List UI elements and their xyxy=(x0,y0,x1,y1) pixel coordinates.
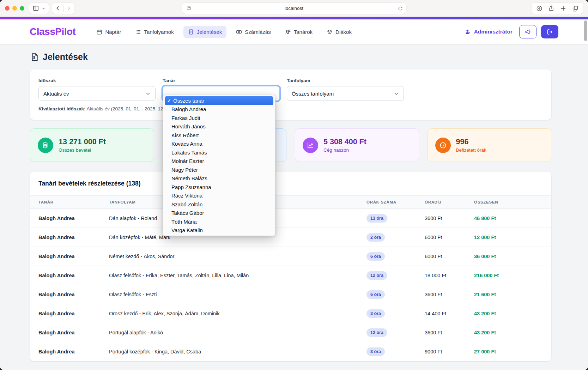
calendar-icon xyxy=(96,29,102,35)
dropdown-option[interactable]: Papp Zsuzsanna xyxy=(163,183,275,192)
logout-button[interactable] xyxy=(541,25,558,38)
header-right: Adminisztrátor xyxy=(465,25,558,38)
table-row[interactable]: Balogh Andrea Portugál alapfok - Anikó 1… xyxy=(30,323,551,342)
chart-line-icon xyxy=(303,138,318,153)
hours-badge: 12 óra xyxy=(366,328,387,337)
dropdown-option[interactable]: Molnár Eszter xyxy=(163,157,275,166)
table-row[interactable]: Balogh Andrea Olasz felsőfok - Erika, Es… xyxy=(30,266,551,285)
cell-teacher: Balogh Andrea xyxy=(30,247,101,266)
cell-course: Olasz felsőfok - Erika, Eszter, Tamás, Z… xyxy=(101,266,358,285)
banknote-icon xyxy=(236,29,242,35)
chevron-down-icon xyxy=(145,91,151,96)
dropdown-option[interactable]: Rácz Viktória xyxy=(163,192,275,200)
announcements-button[interactable] xyxy=(519,25,537,38)
stat-paid-hours: 996 Befizetett órák xyxy=(428,128,552,162)
filter-period: Időszak Aktuális év xyxy=(38,78,156,101)
dropdown-option[interactable]: Lakatos Tamás xyxy=(163,148,275,157)
nav-item-tanarok[interactable]: Tanárok xyxy=(280,26,317,38)
cell-hours: 13 óra xyxy=(358,209,416,228)
reload-icon[interactable] xyxy=(398,6,403,11)
period-select[interactable]: Aktuális év xyxy=(38,86,156,101)
address-bar[interactable]: localhost xyxy=(182,3,406,14)
dropdown-option[interactable]: Horváth János xyxy=(163,122,275,131)
table-row[interactable]: Balogh Andrea Portugál középfok - Kinga,… xyxy=(30,342,551,361)
zoom-window-button[interactable] xyxy=(20,6,24,11)
cell-rate: 6000 Ft xyxy=(416,228,466,247)
table-header-row: Tanár Tanfolyam Órák száma Óradíj Összes… xyxy=(30,196,551,209)
back-button[interactable] xyxy=(55,6,61,11)
chevron-down-icon[interactable] xyxy=(42,6,46,10)
dropdown-option[interactable]: Kiss Róbert xyxy=(163,131,275,140)
brand-gradient-bar xyxy=(0,17,588,19)
cell-teacher: Balogh Andrea xyxy=(30,266,101,285)
stat-cards: 13 271 000 Ft Összes bevétel xyxy=(30,128,551,162)
cell-total: 216 000 Ft xyxy=(466,266,551,285)
stat-value: 996 xyxy=(456,138,486,146)
hours-badge: 2 óra xyxy=(366,233,385,242)
share-icon[interactable] xyxy=(548,5,554,12)
report-dollar-icon: $ xyxy=(30,53,39,62)
nav-item-tanfolyamok[interactable]: Tanfolyamok xyxy=(131,26,178,38)
dropdown-option[interactable]: Farkas Judit xyxy=(163,114,275,122)
cell-hours: 6 óra xyxy=(358,285,416,304)
divider xyxy=(63,5,63,12)
cell-rate: 3600 Ft xyxy=(416,209,466,228)
table-row[interactable]: Balogh Andrea Dán középfok - Máté, Márk … xyxy=(30,228,551,247)
nav-item-diakok[interactable]: Diákok xyxy=(322,26,356,38)
dropdown-option[interactable]: Balogh Andrea xyxy=(163,105,275,114)
column-header: Óradíj xyxy=(416,196,466,209)
tab-overview-icon[interactable] xyxy=(572,5,578,12)
browser-toolbar: localhost xyxy=(0,0,588,17)
course-select[interactable]: Összes tanfolyam xyxy=(287,86,404,101)
coins-icon xyxy=(38,138,53,153)
dropdown-option[interactable]: Takács Gábor xyxy=(163,209,275,218)
dropdown-option[interactable]: Nagy Péter xyxy=(163,165,275,174)
page-settings-icon[interactable] xyxy=(186,6,192,11)
dropdown-option[interactable]: Varga Katalin xyxy=(163,226,275,235)
url-text: localhost xyxy=(285,6,303,11)
nav-item-szamlazas[interactable]: Számlázás xyxy=(231,26,275,38)
report-icon xyxy=(188,29,194,35)
cell-course: Olasz felsőfok - Eszti xyxy=(101,285,358,304)
downloads-icon[interactable] xyxy=(536,5,542,12)
megaphone-icon xyxy=(525,28,532,35)
table-row[interactable]: Balogh Andrea Dán alapfok - Roland 13 ór… xyxy=(30,209,551,228)
stat-company-profit: 5 308 400 Ft Cég haszon xyxy=(295,128,419,162)
close-window-button[interactable] xyxy=(5,6,10,11)
dropdown-option[interactable]: Szabó Zoltán xyxy=(163,200,275,209)
scrollbar-thumb[interactable] xyxy=(584,20,587,41)
dropdown-option[interactable]: Németh Balázs xyxy=(163,174,275,183)
cell-hours: 3 óra xyxy=(358,304,416,323)
cell-teacher: Balogh Andrea xyxy=(30,323,101,342)
table-row[interactable]: Balogh Andrea Olasz felsőfok - Eszti 6 ó… xyxy=(30,285,551,304)
filter-course: Tanfolyam Összes tanfolyam xyxy=(287,78,404,101)
teacher-revenue-table-card: Tanári bevételek részletezése (138) Taná… xyxy=(30,172,551,361)
minimize-window-button[interactable] xyxy=(12,6,17,11)
app-logo[interactable]: ClassPilot xyxy=(30,26,75,37)
cell-total: 27 000 Ft xyxy=(466,342,551,361)
table-row[interactable]: Balogh Andrea Orosz kezdő - Erik, Alex, … xyxy=(30,304,551,323)
dropdown-option[interactable]: Kovács Anna xyxy=(163,140,275,148)
filters-card: Időszak Aktuális év Tanár Tanfolyam xyxy=(30,69,551,120)
traffic-lights xyxy=(5,6,24,11)
stat-value: 13 271 000 Ft xyxy=(59,138,106,146)
new-tab-icon[interactable] xyxy=(560,5,566,12)
cell-total: 46 800 Ft xyxy=(466,209,551,228)
sidebar-icon[interactable] xyxy=(32,5,39,12)
nav-item-naptar[interactable]: Naptár xyxy=(92,26,126,38)
cell-hours: 12 óra xyxy=(358,266,416,285)
hours-badge: 3 óra xyxy=(366,309,385,318)
table-title: Tanári bevételek részletezése (138) xyxy=(30,172,551,195)
stat-total-revenue: 13 271 000 Ft Összes bevétel xyxy=(30,128,154,162)
nav-item-jelentesek[interactable]: Jelentések xyxy=(183,26,227,38)
chevron-down-icon xyxy=(394,91,399,96)
user-menu[interactable]: Adminisztrátor xyxy=(465,29,513,35)
sidebar-controls xyxy=(29,3,49,14)
dropdown-option[interactable]: ✓ Összes tanár xyxy=(165,96,273,105)
clock-icon xyxy=(435,138,451,153)
toolbar-actions xyxy=(532,3,583,14)
cell-rate: 3600 Ft xyxy=(416,323,466,342)
table-row[interactable]: Balogh Andrea Német kezdő - Ákos, Sándor… xyxy=(30,247,551,266)
dropdown-option[interactable]: Tóth Mária xyxy=(163,217,275,226)
forward-button[interactable] xyxy=(66,6,71,11)
